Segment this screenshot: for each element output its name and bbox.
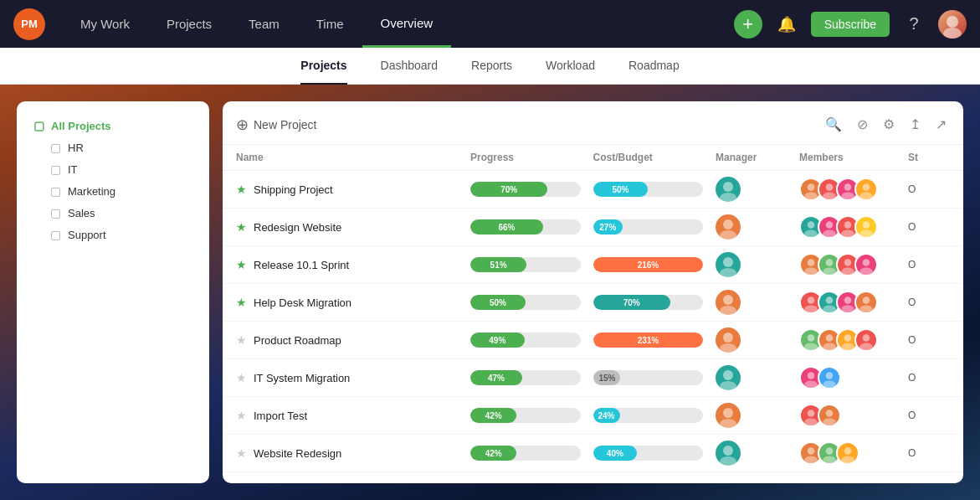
- cost-fill: 24%: [593, 408, 620, 423]
- star-icon[interactable]: ★: [236, 371, 247, 384]
- members-group: [799, 253, 908, 276]
- share-icon[interactable]: ↗: [932, 113, 950, 136]
- progress-cell: 49%: [470, 332, 593, 348]
- cost-cell: 216%: [593, 257, 716, 272]
- row-name: ★ Help Desk Migration: [236, 296, 470, 309]
- svg-point-61: [804, 418, 817, 425]
- col-progress[interactable]: Progress: [470, 152, 593, 163]
- sidebar-item-sales[interactable]: ▢ Sales: [27, 202, 199, 224]
- progress-cell: 47%: [470, 370, 593, 385]
- svg-point-15: [804, 229, 817, 237]
- row-name: ★ Release 10.1 Sprint: [236, 258, 470, 271]
- nav-team[interactable]: Team: [230, 0, 298, 48]
- members-group: [799, 291, 908, 314]
- manager-cell: [716, 441, 799, 466]
- svg-point-20: [863, 221, 870, 229]
- sidebar-item-it[interactable]: ▢ IT: [27, 158, 199, 180]
- member-avatar: [854, 215, 878, 239]
- sidebar-item-support[interactable]: ▢ Support: [27, 224, 199, 245]
- col-manager: Manager: [716, 152, 799, 163]
- svg-point-16: [826, 221, 834, 229]
- folder-icon: ▢: [50, 206, 61, 219]
- status-cell: O: [908, 296, 950, 308]
- status-cell: O: [908, 372, 950, 384]
- cost-fill: 216%: [593, 257, 704, 272]
- row-name: ★ Shipping Project: [236, 183, 470, 196]
- svg-point-37: [823, 305, 835, 312]
- star-icon[interactable]: ★: [236, 409, 247, 422]
- nav-overview[interactable]: Overview: [362, 0, 452, 48]
- svg-point-29: [841, 267, 854, 275]
- members-group: [799, 215, 908, 239]
- tab-workload[interactable]: Workload: [546, 48, 595, 85]
- svg-point-59: [720, 419, 736, 428]
- filter-icon[interactable]: ⊘: [854, 113, 871, 136]
- tab-roadmap[interactable]: Roadmap: [629, 48, 680, 85]
- export-icon[interactable]: ↥: [906, 113, 924, 136]
- members-cell: [799, 215, 908, 239]
- navbar: PM My Work Projects Team Time Overview +…: [0, 0, 980, 48]
- progress-fill: 49%: [470, 332, 525, 348]
- progress-fill: 66%: [470, 219, 543, 235]
- svg-point-28: [844, 259, 852, 266]
- subscribe-button[interactable]: Subscribe: [811, 12, 890, 37]
- progress-cell: 70%: [470, 182, 593, 197]
- star-icon[interactable]: ★: [236, 333, 247, 347]
- user-avatar[interactable]: [938, 10, 967, 39]
- svg-point-65: [720, 456, 736, 466]
- search-icon[interactable]: 🔍: [822, 113, 845, 136]
- add-button[interactable]: +: [734, 10, 762, 39]
- settings-icon[interactable]: ⚙: [880, 113, 898, 136]
- svg-point-51: [859, 343, 872, 350]
- new-project-button[interactable]: ⊕ New Project: [236, 116, 316, 134]
- svg-point-54: [808, 372, 815, 379]
- cost-bar: 40%: [593, 446, 704, 461]
- svg-point-30: [863, 259, 870, 266]
- cost-fill: 27%: [593, 219, 623, 235]
- progress-cell: 42%: [470, 446, 593, 461]
- svg-point-0: [947, 16, 958, 28]
- svg-point-17: [823, 229, 835, 237]
- nav-projects[interactable]: Projects: [148, 0, 230, 48]
- manager-cell: [716, 290, 799, 315]
- svg-point-19: [841, 229, 854, 237]
- star-icon[interactable]: ★: [236, 258, 247, 271]
- svg-point-46: [826, 334, 834, 342]
- member-avatar: [854, 291, 878, 314]
- main-content: ▢ All Projects ▢ HR ▢ IT ▢ Marketing ▢ S…: [0, 85, 980, 500]
- svg-point-26: [826, 259, 834, 266]
- progress-fill: 50%: [470, 295, 526, 310]
- nav-my-work[interactable]: My Work: [62, 0, 148, 48]
- sidebar-all-projects[interactable]: ▢ All Projects: [27, 115, 199, 137]
- notifications-icon[interactable]: 🔔: [772, 10, 801, 39]
- member-avatar: [818, 404, 841, 427]
- star-icon[interactable]: ★: [236, 446, 247, 460]
- manager-avatar: [716, 365, 741, 390]
- tab-dashboard[interactable]: Dashboard: [381, 48, 439, 85]
- nav-time[interactable]: Time: [298, 0, 362, 48]
- star-icon[interactable]: ★: [236, 296, 247, 309]
- tab-reports[interactable]: Reports: [471, 48, 512, 85]
- cost-bar: 15%: [593, 370, 704, 385]
- progress-bar: 49%: [470, 332, 581, 348]
- sidebar-item-hr[interactable]: ▢ HR: [27, 137, 199, 158]
- progress-cell: 50%: [470, 295, 593, 310]
- svg-point-35: [804, 305, 817, 312]
- sidebar-item-marketing[interactable]: ▢ Marketing: [27, 180, 199, 202]
- svg-point-38: [844, 296, 852, 304]
- folder-icon: ▢: [50, 162, 61, 176]
- help-icon[interactable]: ?: [900, 10, 928, 39]
- svg-point-64: [723, 446, 733, 456]
- tab-projects[interactable]: Projects: [300, 48, 346, 85]
- star-icon[interactable]: ★: [236, 183, 247, 196]
- progress-bar: 70%: [470, 182, 581, 197]
- folder-icon: ▢: [50, 228, 61, 241]
- table-header: Name Progress Cost/Budget Manager Member…: [223, 145, 963, 171]
- progress-cell: 42%: [470, 408, 593, 423]
- app-logo[interactable]: PM: [13, 8, 45, 40]
- star-icon[interactable]: ★: [236, 220, 247, 234]
- cost-cell: 27%: [593, 219, 716, 235]
- svg-point-39: [841, 305, 854, 312]
- cost-bar: 24%: [593, 408, 704, 423]
- svg-point-49: [841, 343, 854, 350]
